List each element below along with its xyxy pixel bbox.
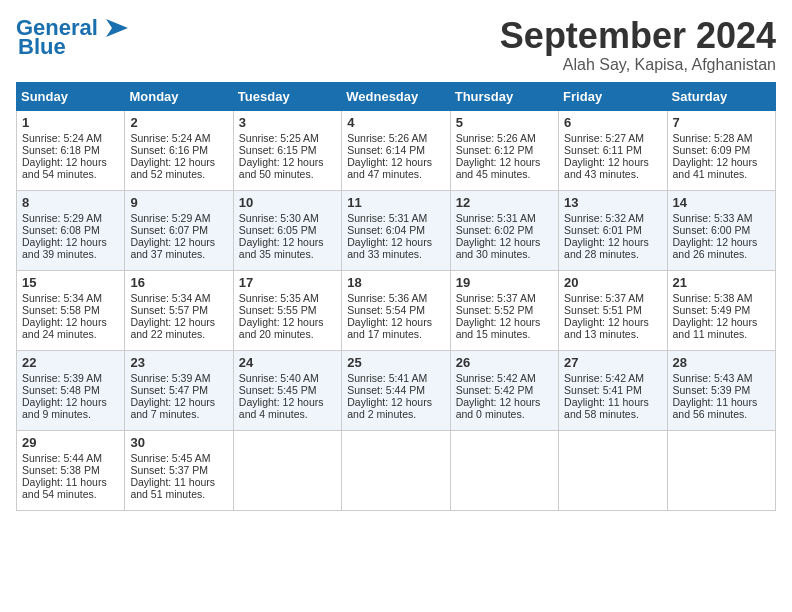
day-number: 28 <box>673 355 770 370</box>
calendar-cell: 17Sunrise: 5:35 AMSunset: 5:55 PMDayligh… <box>233 270 341 350</box>
calendar-cell: 29Sunrise: 5:44 AMSunset: 5:38 PMDayligh… <box>17 430 125 510</box>
location-title: Alah Say, Kapisa, Afghanistan <box>500 56 776 74</box>
sunrise-text: Sunrise: 5:27 AM <box>564 132 661 144</box>
sunrise-text: Sunrise: 5:41 AM <box>347 372 444 384</box>
sunrise-text: Sunrise: 5:31 AM <box>456 212 553 224</box>
week-row-1: 1Sunrise: 5:24 AMSunset: 6:18 PMDaylight… <box>17 110 776 190</box>
daylight-text: Daylight: 12 hours and 43 minutes. <box>564 156 661 180</box>
sunset-text: Sunset: 6:04 PM <box>347 224 444 236</box>
calendar-cell <box>667 430 775 510</box>
day-number: 21 <box>673 275 770 290</box>
sunrise-text: Sunrise: 5:26 AM <box>347 132 444 144</box>
day-number: 11 <box>347 195 444 210</box>
day-number: 17 <box>239 275 336 290</box>
calendar-cell: 14Sunrise: 5:33 AMSunset: 6:00 PMDayligh… <box>667 190 775 270</box>
calendar-cell: 5Sunrise: 5:26 AMSunset: 6:12 PMDaylight… <box>450 110 558 190</box>
sunrise-text: Sunrise: 5:29 AM <box>22 212 119 224</box>
calendar-cell: 8Sunrise: 5:29 AMSunset: 6:08 PMDaylight… <box>17 190 125 270</box>
week-row-2: 8Sunrise: 5:29 AMSunset: 6:08 PMDaylight… <box>17 190 776 270</box>
sunrise-text: Sunrise: 5:37 AM <box>456 292 553 304</box>
logo: General Blue <box>16 16 128 58</box>
calendar-cell <box>342 430 450 510</box>
day-number: 16 <box>130 275 227 290</box>
sunset-text: Sunset: 6:02 PM <box>456 224 553 236</box>
calendar-cell: 23Sunrise: 5:39 AMSunset: 5:47 PMDayligh… <box>125 350 233 430</box>
sunrise-text: Sunrise: 5:29 AM <box>130 212 227 224</box>
calendar-cell: 13Sunrise: 5:32 AMSunset: 6:01 PMDayligh… <box>559 190 667 270</box>
day-number: 1 <box>22 115 119 130</box>
sunrise-text: Sunrise: 5:45 AM <box>130 452 227 464</box>
week-row-3: 15Sunrise: 5:34 AMSunset: 5:58 PMDayligh… <box>17 270 776 350</box>
week-row-5: 29Sunrise: 5:44 AMSunset: 5:38 PMDayligh… <box>17 430 776 510</box>
daylight-text: Daylight: 12 hours and 15 minutes. <box>456 316 553 340</box>
sunrise-text: Sunrise: 5:38 AM <box>673 292 770 304</box>
calendar-cell: 1Sunrise: 5:24 AMSunset: 6:18 PMDaylight… <box>17 110 125 190</box>
calendar-cell <box>559 430 667 510</box>
sunrise-text: Sunrise: 5:39 AM <box>130 372 227 384</box>
daylight-text: Daylight: 12 hours and 26 minutes. <box>673 236 770 260</box>
day-number: 7 <box>673 115 770 130</box>
sunrise-text: Sunrise: 5:39 AM <box>22 372 119 384</box>
day-number: 12 <box>456 195 553 210</box>
week-row-4: 22Sunrise: 5:39 AMSunset: 5:48 PMDayligh… <box>17 350 776 430</box>
sunrise-text: Sunrise: 5:34 AM <box>22 292 119 304</box>
logo-arrow-icon <box>106 19 128 37</box>
day-number: 19 <box>456 275 553 290</box>
header-row: SundayMondayTuesdayWednesdayThursdayFrid… <box>17 82 776 110</box>
day-number: 22 <box>22 355 119 370</box>
calendar-cell: 24Sunrise: 5:40 AMSunset: 5:45 PMDayligh… <box>233 350 341 430</box>
day-number: 23 <box>130 355 227 370</box>
sunrise-text: Sunrise: 5:37 AM <box>564 292 661 304</box>
calendar-cell: 10Sunrise: 5:30 AMSunset: 6:05 PMDayligh… <box>233 190 341 270</box>
calendar-cell: 25Sunrise: 5:41 AMSunset: 5:44 PMDayligh… <box>342 350 450 430</box>
month-title: September 2024 <box>500 16 776 56</box>
calendar-cell <box>450 430 558 510</box>
calendar-cell: 26Sunrise: 5:42 AMSunset: 5:42 PMDayligh… <box>450 350 558 430</box>
daylight-text: Daylight: 12 hours and 41 minutes. <box>673 156 770 180</box>
header-day-friday: Friday <box>559 82 667 110</box>
header-day-wednesday: Wednesday <box>342 82 450 110</box>
day-number: 5 <box>456 115 553 130</box>
calendar-cell <box>233 430 341 510</box>
daylight-text: Daylight: 12 hours and 39 minutes. <box>22 236 119 260</box>
header-day-sunday: Sunday <box>17 82 125 110</box>
daylight-text: Daylight: 12 hours and 7 minutes. <box>130 396 227 420</box>
sunrise-text: Sunrise: 5:35 AM <box>239 292 336 304</box>
sunset-text: Sunset: 6:16 PM <box>130 144 227 156</box>
calendar-cell: 15Sunrise: 5:34 AMSunset: 5:58 PMDayligh… <box>17 270 125 350</box>
daylight-text: Daylight: 12 hours and 4 minutes. <box>239 396 336 420</box>
sunrise-text: Sunrise: 5:24 AM <box>22 132 119 144</box>
sunset-text: Sunset: 5:49 PM <box>673 304 770 316</box>
sunrise-text: Sunrise: 5:36 AM <box>347 292 444 304</box>
sunset-text: Sunset: 5:38 PM <box>22 464 119 476</box>
calendar-cell: 4Sunrise: 5:26 AMSunset: 6:14 PMDaylight… <box>342 110 450 190</box>
day-number: 27 <box>564 355 661 370</box>
daylight-text: Daylight: 12 hours and 24 minutes. <box>22 316 119 340</box>
sunrise-text: Sunrise: 5:25 AM <box>239 132 336 144</box>
header-day-monday: Monday <box>125 82 233 110</box>
sunset-text: Sunset: 5:58 PM <box>22 304 119 316</box>
daylight-text: Daylight: 12 hours and 37 minutes. <box>130 236 227 260</box>
sunset-text: Sunset: 5:57 PM <box>130 304 227 316</box>
daylight-text: Daylight: 12 hours and 52 minutes. <box>130 156 227 180</box>
daylight-text: Daylight: 11 hours and 56 minutes. <box>673 396 770 420</box>
sunset-text: Sunset: 5:48 PM <box>22 384 119 396</box>
sunset-text: Sunset: 6:09 PM <box>673 144 770 156</box>
title-area: September 2024 Alah Say, Kapisa, Afghani… <box>500 16 776 74</box>
svg-marker-0 <box>106 19 128 37</box>
daylight-text: Daylight: 12 hours and 0 minutes. <box>456 396 553 420</box>
day-number: 25 <box>347 355 444 370</box>
calendar-cell: 3Sunrise: 5:25 AMSunset: 6:15 PMDaylight… <box>233 110 341 190</box>
day-number: 6 <box>564 115 661 130</box>
sunset-text: Sunset: 5:47 PM <box>130 384 227 396</box>
sunset-text: Sunset: 6:07 PM <box>130 224 227 236</box>
day-number: 30 <box>130 435 227 450</box>
sunset-text: Sunset: 5:55 PM <box>239 304 336 316</box>
day-number: 20 <box>564 275 661 290</box>
daylight-text: Daylight: 12 hours and 2 minutes. <box>347 396 444 420</box>
sunset-text: Sunset: 6:08 PM <box>22 224 119 236</box>
sunset-text: Sunset: 5:44 PM <box>347 384 444 396</box>
calendar-cell: 7Sunrise: 5:28 AMSunset: 6:09 PMDaylight… <box>667 110 775 190</box>
calendar-table: SundayMondayTuesdayWednesdayThursdayFrid… <box>16 82 776 511</box>
sunset-text: Sunset: 6:18 PM <box>22 144 119 156</box>
